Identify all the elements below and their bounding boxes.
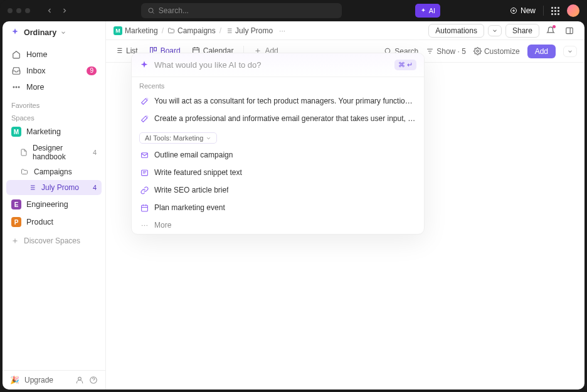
svg-rect-22 xyxy=(566,28,573,33)
panel-icon[interactable] xyxy=(562,23,577,38)
automations-caret[interactable] xyxy=(488,25,502,36)
svg-point-52 xyxy=(141,225,142,226)
inbox-icon xyxy=(11,66,21,76)
chevron-down-icon xyxy=(60,29,66,36)
svg-point-0 xyxy=(149,8,153,13)
customize-action[interactable]: Customize xyxy=(473,47,520,56)
favorites-section[interactable]: Favorites xyxy=(3,98,105,110)
crumb-folder[interactable]: Campaigns xyxy=(167,26,216,35)
upgrade-button[interactable]: Upgrade xyxy=(24,376,53,384)
sparkle-icon xyxy=(420,8,426,14)
show-action[interactable]: Show · 5 xyxy=(426,47,466,56)
space-engineering[interactable]: E Engineering xyxy=(6,196,102,213)
share-button[interactable]: Share xyxy=(505,24,539,38)
divider xyxy=(543,6,544,16)
minimize-window[interactable] xyxy=(16,8,21,13)
automations-button[interactable]: Automations xyxy=(428,24,484,38)
recents-label: Recents xyxy=(132,77,424,92)
ai-placeholder: What would you like AI to do? xyxy=(154,60,389,70)
list-july-promo[interactable]: July Promo 4 xyxy=(6,180,102,195)
recent-item-0[interactable]: You will act as a consultant for tech pr… xyxy=(132,92,424,110)
tool-snippet[interactable]: Write featured snippet text xyxy=(132,164,424,181)
tool-more[interactable]: More xyxy=(132,216,424,234)
chevron-down-icon xyxy=(206,135,211,141)
folder-designer-handbook[interactable]: Designer handbook 4 xyxy=(6,141,102,164)
snippet-icon xyxy=(139,167,149,177)
window-controls xyxy=(8,8,30,13)
svg-line-1 xyxy=(152,12,154,13)
svg-point-5 xyxy=(16,87,17,88)
discover-spaces[interactable]: Discover Spaces xyxy=(6,233,102,248)
nav-back[interactable] xyxy=(43,4,56,18)
crumb-more[interactable]: ··· xyxy=(279,26,285,35)
ai-button[interactable]: AI xyxy=(415,4,440,18)
space-product[interactable]: P Product xyxy=(6,214,102,230)
close-window[interactable] xyxy=(8,8,13,13)
sidebar-more[interactable]: More xyxy=(6,79,102,95)
search-icon xyxy=(147,7,155,14)
list-icon xyxy=(115,46,123,55)
ai-panel: What would you like AI to do? ⌘ ↵ Recent… xyxy=(131,53,425,235)
sidebar: Ordinary Home Inbox 9 More Favorites xyxy=(3,21,106,389)
crumb-list[interactable]: July Promo xyxy=(225,26,273,35)
inbox-badge: 9 xyxy=(87,66,97,75)
filter-icon xyxy=(426,47,434,55)
wand-icon xyxy=(139,114,149,124)
dots-icon xyxy=(139,220,149,230)
spaces-section[interactable]: Spaces xyxy=(3,110,105,123)
workspace-switcher[interactable]: Ordinary xyxy=(3,21,105,44)
maximize-window[interactable] xyxy=(25,8,30,13)
svg-point-43 xyxy=(477,50,479,52)
tool-seo-brief[interactable]: Write SEO article brief xyxy=(132,181,424,199)
tool-plan-event[interactable]: Plan marketing event xyxy=(132,199,424,216)
gear-icon xyxy=(473,47,482,55)
space-badge: E xyxy=(11,199,21,209)
add-caret[interactable] xyxy=(563,46,577,57)
recent-item-1[interactable]: Create a professional and informative em… xyxy=(132,110,424,127)
notification-icon[interactable] xyxy=(543,23,558,38)
workspace-icon xyxy=(10,28,20,38)
folder-icon xyxy=(20,167,29,176)
sidebar-inbox[interactable]: Inbox 9 xyxy=(6,63,102,79)
invite-icon[interactable] xyxy=(75,376,84,384)
sidebar-footer: 🎉 Upgrade xyxy=(3,370,105,389)
add-button[interactable]: Add xyxy=(527,45,556,58)
space-marketing[interactable]: M Marketing xyxy=(6,124,102,140)
svg-point-7 xyxy=(18,87,19,88)
content-area: M Marketing / Campaigns / July Promo ···… xyxy=(106,21,584,389)
folder-campaigns[interactable]: Campaigns xyxy=(6,165,102,179)
plus-icon xyxy=(11,237,19,245)
kbd-shortcut: ⌘ ↵ xyxy=(394,60,416,70)
svg-point-53 xyxy=(144,225,145,226)
new-button[interactable]: New xyxy=(510,6,536,15)
folder-icon xyxy=(167,27,175,34)
crumb-space[interactable]: M Marketing xyxy=(114,26,158,35)
svg-point-6 xyxy=(13,87,14,88)
link-icon xyxy=(139,185,149,195)
user-avatar[interactable] xyxy=(567,4,579,17)
svg-point-16 xyxy=(78,377,82,380)
titlebar: Search... AI New xyxy=(0,0,587,21)
space-badge: M xyxy=(11,127,21,137)
sidebar-home[interactable]: Home xyxy=(6,46,102,63)
space-badge: P xyxy=(11,217,21,227)
global-search[interactable]: Search... xyxy=(141,3,342,18)
calendar-icon xyxy=(139,203,149,213)
wand-icon xyxy=(139,96,149,106)
plus-circle-icon xyxy=(510,7,517,14)
chevron-down-icon xyxy=(492,28,498,34)
help-icon[interactable] xyxy=(89,376,98,384)
chevron-down-icon xyxy=(567,48,573,55)
svg-point-54 xyxy=(146,225,147,226)
sparkle-icon xyxy=(139,60,149,70)
upgrade-icon: 🎉 xyxy=(10,376,19,384)
apps-icon[interactable] xyxy=(551,7,559,15)
svg-rect-31 xyxy=(154,48,156,51)
ai-input-row[interactable]: What would you like AI to do? ⌘ ↵ xyxy=(132,53,424,77)
list-icon xyxy=(28,183,36,192)
tool-outline-email[interactable]: Outline email campaign xyxy=(132,146,424,164)
ai-tools-chip[interactable]: AI Tools: Marketing xyxy=(139,132,217,144)
nav-forward[interactable] xyxy=(58,4,71,18)
home-icon xyxy=(11,50,21,60)
list-icon xyxy=(225,27,233,34)
